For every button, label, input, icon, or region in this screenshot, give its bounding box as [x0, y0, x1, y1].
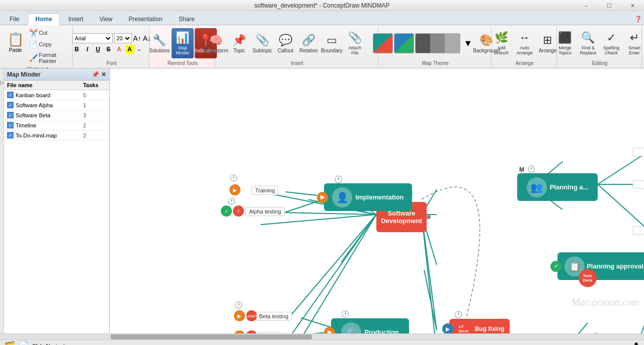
copy-button[interactable]: 📄 Copy [27, 39, 69, 50]
prod-play-indicator: ▶ [324, 327, 335, 334]
help-icon[interactable]: ❓ [632, 14, 644, 25]
node-planning-label: Planning a... [550, 183, 589, 191]
node-implementation[interactable]: 👤 Implementation ▶ 🕐 [324, 183, 412, 211]
increase-font-button[interactable]: A↑ [133, 34, 141, 42]
map-theme-group: ▼ 🎨 Background Map Theme [379, 26, 492, 67]
map-minder-pin-button[interactable]: 📌 [92, 71, 99, 78]
bug-play-indicator: ▶ [442, 323, 453, 333]
font-family-select[interactable]: Arial [72, 33, 113, 43]
svg-line-29 [598, 184, 644, 230]
tab-share[interactable]: Share [171, 13, 202, 25]
prod-clock: 🕐 [341, 310, 349, 318]
slide-nav-icon1[interactable]: 🗂️ [4, 340, 15, 346]
planning-clock: 🕐 [527, 165, 535, 173]
tab-home[interactable]: Home [28, 13, 59, 25]
editing-buttons: ⬛ MergeTopics 🔍 Find &Replace ✓ Spelling… [554, 27, 644, 59]
map-minder-button[interactable]: 📊 Map Minder [172, 28, 194, 58]
subtopic-button[interactable]: 📎 Subtopic [251, 28, 273, 58]
map-minder-row[interactable]: ✓ To-Do-mind-map 2 [4, 130, 109, 141]
relation-button[interactable]: 🔗 Relation [297, 28, 319, 58]
tab-file[interactable]: File [2, 13, 27, 25]
node-production[interactable]: ⚙️ Production ▶ 🕐 [331, 318, 409, 333]
canvas-scrollbar[interactable] [0, 333, 644, 339]
map-minder-row[interactable]: ✓ Software Beta 3 [4, 110, 109, 120]
row-filename: Software Alpha [16, 102, 53, 108]
tab-view[interactable]: View [92, 13, 120, 25]
close-button[interactable]: ✕ [621, 0, 644, 11]
label-training[interactable]: Training [252, 186, 278, 195]
node-bug-fixing-label: Bug fixing [475, 325, 505, 332]
map-minder-row[interactable]: ✓ Software Alpha 1 [4, 100, 109, 110]
attach-file-button[interactable]: 📎 AttachFile [344, 28, 366, 58]
slide-nav-label: Slide Navigator [32, 343, 70, 346]
svg-line-33 [634, 322, 644, 333]
map-minder-table: File name Tasks ✓ Kanban board 5 ✓ Softw… [4, 81, 109, 333]
row-checkbox[interactable]: ✓ [7, 112, 14, 118]
slide-nav-expand[interactable]: ⬆ [632, 340, 640, 346]
minimize-button[interactable]: – [575, 0, 598, 11]
italic-button[interactable]: I [83, 45, 92, 54]
font-size-select[interactable]: 20 [114, 33, 132, 43]
strikethrough-button[interactable]: S [104, 45, 113, 54]
add-branch-button[interactable]: 🌿 AddBranch [490, 28, 512, 58]
tab-insert[interactable]: Insert [61, 13, 91, 25]
merge-topics-button[interactable]: ⬛ MergeTopics [554, 28, 576, 58]
paste-button[interactable]: 📋 Paste [5, 27, 26, 57]
callout-button[interactable]: 💬 Callout [274, 28, 296, 58]
sidebar-label: ◁ [0, 81, 5, 86]
col-filename: File name [4, 81, 80, 90]
main-area: ◁ Map Minder 📌 ✕ File name Tasks [0, 68, 644, 333]
pa-check: ✓ [550, 261, 561, 272]
spelling-check-button[interactable]: ✓ SpellingCheck [600, 28, 622, 58]
topic-button[interactable]: 📌 Topic [228, 28, 250, 58]
highlight-button[interactable]: A [125, 45, 134, 54]
window-controls: – ☐ ✕ [575, 0, 644, 11]
node-bug-fixing[interactable]: ▶ LTDeck Bug fixing 🕐 [449, 319, 510, 333]
node-planning[interactable]: 👥 Planning a... M 🕐 [517, 173, 598, 201]
auto-arrange-button[interactable]: ↔️ AutoArrange [513, 28, 535, 58]
row-checkbox[interactable]: ✓ [7, 102, 14, 108]
brainstorm-button[interactable]: 🧠 Brainstorm [205, 28, 227, 58]
label-beta-testing[interactable]: Beta testing [256, 312, 292, 321]
label-alpha-testing[interactable]: Alpha testing [246, 207, 285, 216]
color-button[interactable]: A [115, 45, 124, 54]
node-planning-approval-label: Planning approval [587, 262, 643, 270]
alpha-clock: 🕐 [227, 197, 235, 205]
node-planning-approval[interactable]: 📋 Planning approval ✓ TaskDeck [557, 252, 644, 280]
pa-red-indicator: TaskDeck [579, 269, 597, 287]
row-filename: Kanban board [16, 92, 50, 98]
theme-preview-2[interactable] [394, 33, 414, 53]
scrollbar-thumb[interactable] [111, 334, 312, 339]
arrange-buttons: 🌿 AddBranch ↔️ AutoArrange ⊞ Arrange [490, 27, 558, 59]
bold-button[interactable]: B [72, 45, 82, 54]
node-software-development-label2: Development [381, 217, 422, 225]
theme-preview-3[interactable] [415, 33, 460, 53]
svg-line-19 [424, 270, 437, 330]
row-checkbox[interactable]: ✓ [7, 132, 14, 139]
theme-preview-1[interactable] [373, 33, 393, 53]
slide-nav-icon2[interactable]: 📄 [18, 340, 29, 346]
row-tasks: 2 [80, 120, 109, 130]
underline-button[interactable]: U [94, 45, 103, 54]
theme-dropdown-button[interactable]: ▼ [461, 36, 474, 51]
boundary-button[interactable]: ▭ Boundary [320, 28, 343, 58]
smart-enter-button[interactable]: ↵ SmartEnter [623, 28, 644, 58]
expand-font-button[interactable]: ⌄ [136, 45, 142, 53]
row-checkbox[interactable]: ✓ [7, 92, 14, 98]
solutions-button[interactable]: 🔧 Solutions [148, 28, 171, 58]
svg-rect-30 [633, 148, 644, 156]
map-minder-row[interactable]: ✓ Kanban board 5 [4, 90, 109, 100]
maximize-button[interactable]: ☐ [598, 0, 621, 11]
format-painter-button[interactable]: 🖌️ Format Painter [27, 50, 69, 65]
app-title: software_development* - ConceptDraw MIND… [255, 2, 390, 9]
bug-clock: 🕐 [454, 311, 462, 318]
cut-button[interactable]: ✂️ Cut [27, 27, 69, 38]
row-checkbox[interactable]: ✓ [7, 122, 14, 128]
map-minder-row[interactable]: ✓ Timeline 2 [4, 120, 109, 130]
tab-presentation[interactable]: Presentation [121, 13, 170, 25]
font-label: Font [107, 59, 117, 66]
map-minder-close-button[interactable]: ✕ [101, 71, 106, 78]
training-indicators: ▶ [229, 184, 240, 195]
find-replace-button[interactable]: 🔍 Find &Replace [577, 28, 599, 58]
ribbon-tabs: File Home Insert View Presentation Share… [0, 11, 644, 25]
